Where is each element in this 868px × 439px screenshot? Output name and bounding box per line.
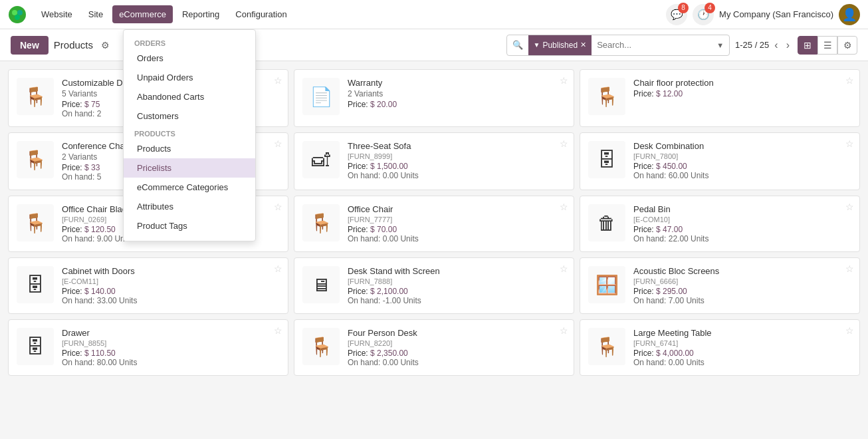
filter-tag[interactable]: ▼ Published ✕ (528, 35, 592, 55)
product-sku: [E-COM11] (62, 277, 280, 285)
dropdown-customers[interactable]: Customers (124, 106, 255, 126)
product-card[interactable]: 🪑 Four Person Desk [FURN_8220] Price: $ … (294, 319, 574, 376)
svg-point-1 (12, 10, 17, 15)
grid-view-button[interactable]: ⊞ (798, 36, 817, 55)
product-sku: [FURN_7888] (348, 277, 566, 285)
orders-section-label: Orders (124, 35, 255, 49)
favorite-button[interactable]: ☆ (845, 75, 854, 86)
product-info: Warranty 2 Variants Price: $ 20.00 (348, 78, 566, 109)
product-stock: On hand: -1.00 Units (348, 296, 566, 305)
favorite-button[interactable]: ☆ (274, 325, 282, 336)
product-image: 🗄 (17, 328, 54, 365)
product-card[interactable]: 🪑 Large Meeting Table [FURN_6741] Price:… (580, 319, 860, 376)
filter-label: Published (542, 41, 578, 50)
product-name: Desk Combination (633, 141, 851, 151)
product-image: 🪑 (588, 78, 625, 115)
favorite-button[interactable]: ☆ (560, 75, 568, 86)
product-card[interactable]: 🗄 Drawer [FURN_8855] Price: $ 110.50 On … (8, 319, 288, 376)
product-name: Large Meeting Table (633, 328, 851, 338)
dropdown-orders[interactable]: Orders (124, 49, 255, 68)
favorite-button[interactable]: ☆ (845, 263, 854, 274)
company-name[interactable]: My Company (San Francisco) (719, 9, 833, 19)
product-card[interactable]: 🗄 Desk Combination [FURN_7800] Price: $ … (580, 132, 860, 190)
settings-view-button[interactable]: ⚙ (837, 36, 857, 55)
favorite-button[interactable]: ☆ (845, 138, 854, 149)
product-card[interactable]: 🪑 Office Chair [FURN_7777] Price: $ 70.0… (294, 196, 574, 252)
list-view-button[interactable]: ☰ (817, 36, 837, 55)
product-stock: On hand: 0.00 Units (348, 358, 566, 367)
product-sku: [FURN_6741] (633, 339, 851, 347)
product-image: 🗄 (588, 141, 625, 178)
favorite-button[interactable]: ☆ (560, 202, 568, 212)
favorite-button[interactable]: ☆ (560, 263, 568, 274)
dropdown-unpaid-orders[interactable]: Unpaid Orders (124, 68, 255, 87)
messages-icon-btn[interactable]: 💬 8 (666, 4, 687, 25)
next-page-button[interactable]: › (784, 38, 792, 53)
favorite-button[interactable]: ☆ (560, 138, 568, 149)
product-image: 🪑 (17, 78, 54, 115)
product-name: Warranty (348, 78, 566, 88)
product-info: Chair floor protection Price: $ 12.00 (633, 78, 851, 98)
nav-reporting[interactable]: Reporting (175, 5, 226, 23)
product-info: Pedal Bin [E-COM10] Price: $ 47.00 On ha… (633, 204, 851, 243)
page-title: Products (54, 39, 93, 51)
dropdown-pricelists[interactable]: Pricelists (124, 158, 255, 178)
nav-site[interactable]: Site (82, 5, 110, 23)
product-card[interactable]: 🗄 Cabinet with Doors [E-COM11] Price: $ … (8, 257, 288, 314)
product-card[interactable]: 🗑 Pedal Bin [E-COM10] Price: $ 47.00 On … (580, 196, 860, 252)
favorite-button[interactable]: ☆ (274, 75, 282, 86)
product-sku: [FURN_8220] (348, 339, 566, 347)
favorite-button[interactable]: ☆ (274, 263, 282, 274)
filter-remove-icon[interactable]: ✕ (580, 41, 586, 49)
new-button[interactable]: New (11, 36, 49, 55)
prev-page-button[interactable]: ‹ (772, 38, 780, 53)
settings-icon[interactable]: ⚙ (101, 40, 110, 51)
product-sku: [FURN_7800] (633, 152, 851, 160)
favorite-button[interactable]: ☆ (560, 325, 568, 336)
product-image: 🛋 (302, 141, 340, 178)
product-stock: On hand: 0.00 Units (633, 358, 851, 367)
dropdown-product-tags[interactable]: Product Tags (124, 216, 255, 235)
activity-icon-btn[interactable]: 🕐 4 (693, 4, 714, 25)
avatar[interactable]: 👤 (839, 4, 860, 25)
product-card[interactable]: 🖥 Desk Stand with Screen [FURN_7888] Pri… (294, 257, 574, 314)
dropdown-abandoned-carts[interactable]: Abandoned Carts (124, 87, 255, 106)
product-sku: [FURN_6666] (633, 277, 851, 285)
product-card[interactable]: 🛋 Three-Seat Sofa [FURN_8999] Price: $ 1… (294, 132, 574, 190)
favorite-button[interactable]: ☆ (274, 202, 282, 212)
favorite-button[interactable]: ☆ (274, 138, 282, 149)
logo[interactable] (8, 5, 27, 24)
pagination: 1-25 / 25 ‹ › (735, 38, 792, 53)
dropdown-attributes[interactable]: Attributes (124, 197, 255, 216)
product-card[interactable]: 📄 Warranty 2 Variants Price: $ 20.00 ☆ (294, 69, 574, 127)
product-info: Acoustic Bloc Screens [FURN_6666] Price:… (633, 266, 851, 305)
product-name: Three-Seat Sofa (348, 141, 566, 151)
product-image: 📄 (302, 78, 340, 115)
product-sku: [FURN_8999] (348, 152, 566, 160)
product-info: Desk Stand with Screen [FURN_7888] Price… (348, 266, 566, 305)
product-stock: On hand: 80.00 Units (62, 358, 280, 367)
nav-configuration[interactable]: Configuration (229, 5, 293, 23)
product-card[interactable]: 🪟 Acoustic Bloc Screens [FURN_6666] Pric… (580, 257, 860, 314)
product-card[interactable]: 🪑 Chair floor protection Price: $ 12.00 … (580, 69, 860, 127)
product-info: Large Meeting Table [FURN_6741] Price: $… (633, 328, 851, 367)
dropdown-ecommerce-categories[interactable]: eCommerce Categories (124, 178, 255, 197)
product-sku: [FURN_8855] (62, 339, 280, 347)
search-dropdown-icon[interactable]: ▼ (711, 41, 729, 49)
product-image: 🖥 (302, 266, 340, 303)
search-icon: 🔍 (507, 40, 528, 50)
dropdown-products[interactable]: Products (124, 139, 255, 158)
view-toggle: ⊞ ☰ ⚙ (798, 36, 857, 55)
product-image: 🗄 (17, 266, 54, 303)
product-stock: On hand: 0.00 Units (348, 171, 566, 180)
nav-website[interactable]: Website (35, 5, 79, 23)
search-input[interactable] (592, 40, 711, 50)
nav-ecommerce[interactable]: eCommerce (112, 5, 173, 23)
favorite-button[interactable]: ☆ (845, 202, 854, 212)
favorite-button[interactable]: ☆ (845, 325, 854, 336)
product-name: Four Person Desk (348, 328, 566, 338)
product-sku: [FURN_7777] (348, 216, 566, 223)
product-stock: On hand: 7.00 Units (633, 296, 851, 305)
product-image: 🪑 (302, 204, 340, 241)
product-image: 🪟 (588, 266, 625, 303)
